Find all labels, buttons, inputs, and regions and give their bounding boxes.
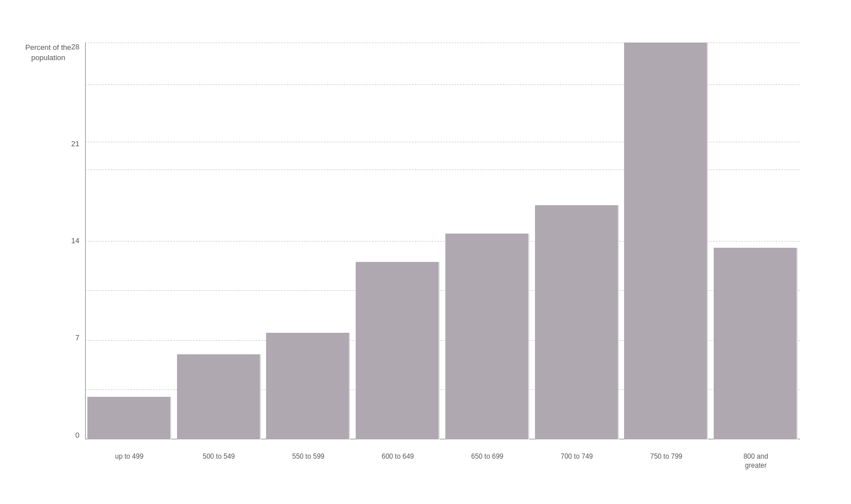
y-tick-21: 21 xyxy=(57,139,79,148)
x-label-4: 650 to 699 xyxy=(443,452,532,470)
x-label-6: 750 to 799 xyxy=(622,452,711,470)
bar-group-6 xyxy=(622,43,711,439)
y-tick-0: 0 xyxy=(57,431,79,439)
x-label-7: 800 andgreater xyxy=(711,452,800,470)
y-tick-7: 7 xyxy=(57,333,79,342)
bar-group-4 xyxy=(443,43,532,439)
bar-2 xyxy=(266,333,350,439)
y-tick-28: 28 xyxy=(57,43,79,51)
bar-group-5 xyxy=(533,43,621,439)
bar-group-3 xyxy=(353,43,442,439)
chart-area: 28 21 14 7 0 xyxy=(85,43,800,439)
bar-0 xyxy=(87,397,171,439)
bar-group-1 xyxy=(175,43,263,439)
grid-and-bars: 28 21 14 7 0 xyxy=(85,43,800,439)
bar-1 xyxy=(177,354,261,439)
bar-7 xyxy=(714,248,798,439)
x-label-2: 550 to 599 xyxy=(264,452,353,470)
y-tick-14: 14 xyxy=(57,236,79,245)
bar-5 xyxy=(535,205,619,439)
bar-group-7 xyxy=(711,43,800,439)
x-label-3: 600 to 649 xyxy=(353,452,442,470)
bar-group-2 xyxy=(264,43,353,439)
y-ticks: 28 21 14 7 0 xyxy=(57,43,79,439)
x-label-5: 700 to 749 xyxy=(533,452,621,470)
chart-container: Percent of thepopulation 28 21 14 7 0 xyxy=(17,20,834,485)
bars-container xyxy=(85,43,800,439)
x-label-1: 500 to 549 xyxy=(175,452,263,470)
bar-4 xyxy=(445,234,529,439)
bar-3 xyxy=(356,262,440,439)
x-labels: up to 499 500 to 549 550 to 599 600 to 6… xyxy=(85,452,800,470)
bar-6 xyxy=(624,43,708,439)
bar-group-0 xyxy=(85,43,174,439)
x-label-0: up to 499 xyxy=(85,452,174,470)
